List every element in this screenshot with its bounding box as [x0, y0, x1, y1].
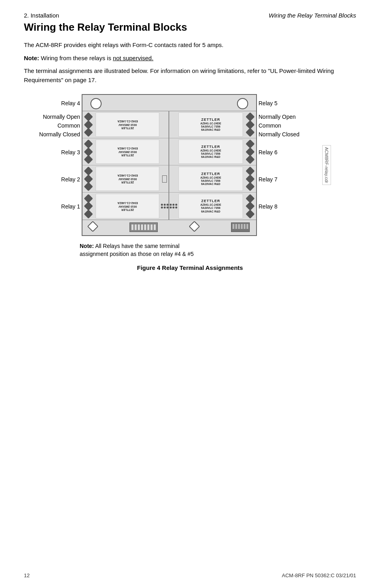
- relay6-body: ZETTLER AZ841-1C-24DE 5A30VLC 7358 6A19V…: [178, 140, 243, 164]
- relay3-right-spacer: [161, 138, 168, 165]
- relay-halves: ZETTLER 0010 2MSXAV E042-C1-148ZA: [82, 111, 256, 220]
- relay7-body: ZETTLER AZ841-1C-24DE 5A30VLC 7358 6A19V…: [178, 167, 243, 191]
- page-header: 2. Installation Wiring the Relay Termina…: [24, 12, 356, 19]
- top-circle-right: [237, 98, 248, 109]
- relay6-left-spacer: [169, 138, 177, 165]
- note-paragraph: Note: Wiring from these relays is not su…: [24, 54, 356, 63]
- relay4-text: ZETTLER 0010 2MSXAV E042-C1-148ZA: [118, 120, 138, 130]
- terminal-nc-6: [246, 155, 255, 164]
- relay5-terminals-right: [244, 111, 256, 138]
- label-relay3: Relay 3: [61, 149, 80, 156]
- connector-block: [231, 222, 250, 232]
- right-half: ZETTLER AZ841-1C-24DE 5A30VLC 7358 6A19V…: [169, 111, 256, 220]
- relay3-row: ZETTLER 0010 2MSXAV E042-C1-148ZA: [82, 138, 168, 165]
- page-title: Wiring the Relay Terminal Blocks: [24, 21, 356, 33]
- label-relay4: Relay 4: [61, 100, 80, 107]
- header-left: 2. Installation: [24, 12, 59, 19]
- paragraph-3: The terminal assignments are illustrated…: [24, 67, 356, 85]
- terminal-strip: [129, 222, 158, 232]
- left-half: ZETTLER 0010 2MSXAV E042-C1-148ZA: [82, 111, 169, 220]
- terminal-nc-8: [246, 209, 255, 218]
- label-relay2: Relay 2: [61, 176, 80, 183]
- left-annotations: Relay 4 Normally Open Common Normally Cl…: [24, 94, 82, 220]
- label-common-left: Common: [57, 122, 80, 130]
- relay8-terminals-right: [244, 193, 256, 220]
- relay8-body: ZETTLER AZ841-1C-24DE 5A30VLC 7358 6A19V…: [178, 194, 243, 218]
- label-normally-open-right: Normally Open: [259, 113, 296, 121]
- diagram-note-label: Note:: [80, 243, 94, 249]
- right-annotations: Relay 5 Normally Open Common Normally Cl…: [257, 94, 321, 220]
- top-circle-left: [90, 98, 102, 109]
- relay7-row: ZETTLER AZ841-1C-24DE 5A30VLC 7358 6A19V…: [169, 165, 256, 193]
- header-right: Wiring the Relay Terminal Blocks: [269, 12, 356, 19]
- relay6-text: ZETTLER AZ841-1C-24DE 5A30VLC 7358 6A19V…: [200, 145, 221, 159]
- page-footer: 12 ACM-8RF PN 50362:C 03/21/01: [0, 572, 380, 578]
- relay2-terminals-left: [82, 165, 94, 192]
- relay1-pins: [161, 193, 168, 220]
- relay2-right-spacer: [161, 165, 168, 192]
- relay4-terminals-left: [82, 111, 94, 138]
- note-label: Note:: [24, 55, 39, 61]
- relay3-terminals-left: [82, 138, 94, 165]
- relay4-row: ZETTLER 0010 2MSXAV E042-C1-148ZA: [82, 111, 168, 138]
- label-normally-closed-left: Normally Closed: [39, 131, 80, 138]
- note-underline: not supervised.: [113, 55, 153, 61]
- relay8-left-pins: [169, 193, 177, 220]
- figure-caption: Figure 4 Relay Terminal Assignments: [24, 264, 356, 271]
- relay2-component: [162, 175, 167, 183]
- label-relay5: Relay 5: [259, 100, 277, 107]
- relay2-text: ZETTLER 0010 2MSXAV E042-C1-148ZA: [118, 174, 138, 184]
- relay7-text: ZETTLER AZ841-1C-24DE 5A30VLC 7358 6A19V…: [200, 172, 221, 186]
- relay6-row: ZETTLER AZ841-1C-24DE 5A30VLC 7358 6A19V…: [169, 138, 256, 165]
- terminal-nc-4: [84, 128, 93, 137]
- terminal-nc-3: [84, 155, 93, 164]
- relay5-text: ZETTLER AZ841-1C-24DE 5A30VLC 7358 6A19V…: [200, 118, 221, 132]
- relay8-text: ZETTLER AZ841-1C-24DE 5A30VLC 7358 6A19V…: [200, 199, 221, 213]
- relay2-body: ZETTLER 0010 2MSXAV E042-C1-148ZA: [96, 167, 159, 191]
- relay5-body: ZETTLER AZ841-1C-24DE 5A30VLC 7358 6A19V…: [178, 112, 243, 137]
- relay4-body: ZETTLER 0010 2MSXAV E042-C1-148ZA: [96, 112, 159, 137]
- label-relay6: Relay 6: [259, 149, 277, 156]
- relay1-body: ZETTLER 0010 2MSXAV E042-C1-148ZA: [96, 194, 159, 218]
- label-normally-open-left: Normally Open: [43, 113, 80, 121]
- relay7-left-spacer: [169, 165, 177, 192]
- footer-document-id: ACM-8RF PN 50362:C 03/21/01: [282, 572, 356, 578]
- label-normally-closed-right: Normally Closed: [259, 131, 300, 138]
- diagram-bottom-row: [82, 220, 256, 235]
- relay3-text: ZETTLER 0010 2MSXAV E042-C1-148ZA: [118, 147, 138, 157]
- side-label: ACM8RF-relay.cdr: [322, 145, 331, 185]
- relay7-terminals-right: [244, 165, 256, 192]
- relay4-right-spacer: [161, 111, 168, 138]
- relay1-terminals-left: [82, 193, 94, 220]
- bottom-connector-right: [189, 221, 200, 232]
- relay1-row: ZETTLER 0010 2MSXAV E042-C1-148ZA: [82, 193, 168, 220]
- relay5-left-spacer: [169, 111, 177, 138]
- paragraph-1: The ACM-8RF provides eight relays with F…: [24, 41, 356, 50]
- bottom-connector-left: [87, 221, 98, 232]
- relay-diagram: ZETTLER 0010 2MSXAV E042-C1-148ZA: [82, 94, 257, 236]
- top-circles-row: [82, 95, 256, 111]
- diagram-section: Relay 4 Normally Open Common Normally Cl…: [24, 94, 356, 236]
- diagram-note-text: All Relays have the same terminalassignm…: [80, 243, 194, 257]
- label-relay1: Relay 1: [61, 203, 80, 210]
- relay6-terminals-right: [244, 138, 256, 165]
- terminal-nc-2: [84, 182, 93, 191]
- label-common-right: Common: [259, 122, 281, 130]
- footer-page-number: 12: [24, 572, 29, 578]
- relay1-text: ZETTLER 0010 2MSXAV E042-C1-148ZA: [118, 201, 138, 211]
- relay5-row: ZETTLER AZ841-1C-24DE 5A30VLC 7358 6A19V…: [169, 111, 256, 138]
- label-relay8: Relay 8: [259, 203, 277, 210]
- relay3-body: ZETTLER 0010 2MSXAV E042-C1-148ZA: [96, 140, 159, 164]
- relay1-pin-grid: [161, 204, 168, 208]
- relay2-row: ZETTLER 0010 2MSXAV E042-C1-148ZA: [82, 165, 168, 193]
- terminal-nc-7: [246, 182, 255, 191]
- terminal-nc-5: [246, 128, 255, 137]
- relay8-pin-grid: [170, 204, 177, 208]
- diagram-note: Note: All Relays have the same terminala…: [80, 242, 356, 258]
- terminal-nc-1: [84, 209, 93, 218]
- relay8-row: ZETTLER AZ841-1C-24DE 5A30VLC 7358 6A19V…: [169, 193, 256, 220]
- label-relay7: Relay 7: [259, 176, 277, 183]
